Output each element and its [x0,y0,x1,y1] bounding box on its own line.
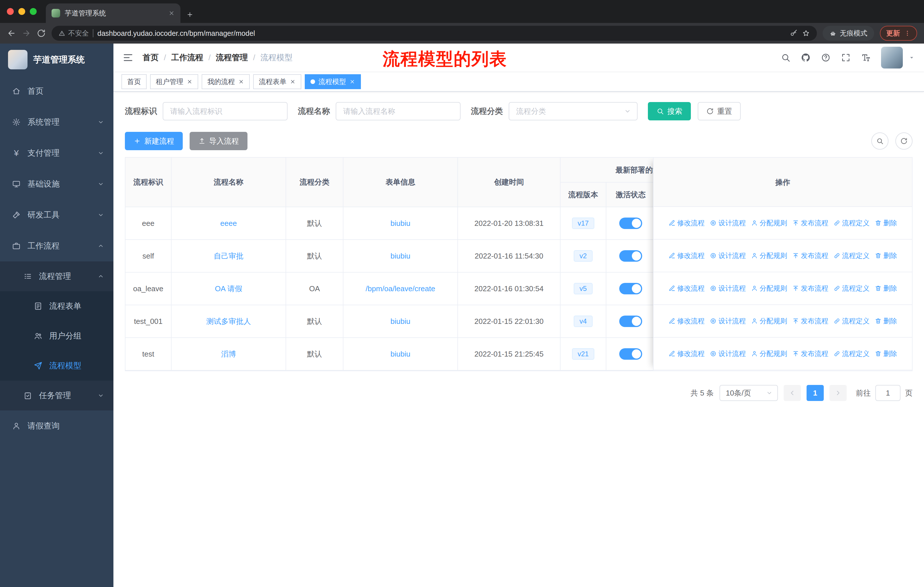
action-publish[interactable]: 发布流程 [792,284,828,293]
tag-租户管理[interactable]: 租户管理 [150,74,198,89]
back-icon[interactable] [7,29,16,38]
active-toggle[interactable] [619,316,642,327]
url-bar[interactable]: 不安全 dashboard.yudao.iocoder.cn/bpm/manag… [51,26,817,41]
help-icon[interactable] [821,53,831,63]
tag-close-icon[interactable] [238,79,244,84]
prev-page-button[interactable] [784,385,801,401]
bookmark-star-icon[interactable] [802,29,810,37]
reload-icon[interactable] [37,29,46,38]
action-definition[interactable]: 流程定义 [833,349,870,358]
reset-button[interactable]: 重置 [698,102,741,121]
user-avatar[interactable] [881,47,903,68]
tag-首页[interactable]: 首页 [121,74,147,89]
category-select[interactable]: 流程分类 [509,102,638,121]
github-icon[interactable] [801,53,810,63]
security-indicator[interactable]: 不安全 [58,29,89,38]
sidebar-item-user[interactable]: 请假查询 [0,410,114,441]
page-number-1[interactable]: 1 [807,385,824,401]
tab-close-icon[interactable] [168,10,175,17]
form-info-link[interactable]: biubiu [390,251,410,260]
tag-close-icon[interactable] [290,79,295,84]
goto-page-input[interactable] [875,385,901,401]
search-button[interactable]: 搜索 [648,102,691,121]
action-design[interactable]: 设计流程 [710,349,746,358]
form-info-link[interactable]: biubiu [390,317,410,326]
action-assign[interactable]: 分配规则 [751,218,787,228]
action-definition[interactable]: 流程定义 [833,284,870,293]
action-delete[interactable]: 删除 [875,284,897,293]
process-name-link[interactable]: 测试多审批人 [206,317,251,326]
action-modify[interactable]: 修改流程 [668,349,705,358]
sidebar-item-form[interactable]: 流程表单 [0,291,114,321]
form-info-link[interactable]: biubiu [390,219,410,228]
action-delete[interactable]: 删除 [875,316,897,326]
sidebar-item-briefcase[interactable]: 工作流程 [0,230,114,261]
action-delete[interactable]: 删除 [875,349,897,358]
action-definition[interactable]: 流程定义 [833,316,870,326]
breadcrumb-item[interactable]: 首页 [143,52,159,63]
create-process-button[interactable]: 新建流程 [125,132,183,150]
action-design[interactable]: 设计流程 [710,251,746,260]
form-info-link[interactable]: biubiu [390,350,410,358]
sidebar-item-gear[interactable]: 系统管理 [0,107,114,137]
maximize-window-button[interactable] [30,8,37,15]
tag-close-icon[interactable] [187,79,193,84]
sidebar-item-tool[interactable]: 研发工具 [0,200,114,230]
password-key-icon[interactable] [790,29,798,37]
action-definition[interactable]: 流程定义 [833,218,870,228]
action-design[interactable]: 设计流程 [710,316,746,326]
sidebar-item-home[interactable]: 首页 [0,76,114,107]
sidebar-item-yen[interactable]: ¥支付管理 [0,137,114,169]
sidebar-item-users[interactable]: 用户分组 [0,321,114,351]
process-name-link[interactable]: eeee [220,219,237,228]
tag-close-icon[interactable] [350,79,355,84]
active-toggle[interactable] [619,250,642,262]
process-name-link[interactable]: OA 请假 [215,284,242,293]
close-window-button[interactable] [7,8,14,15]
next-page-button[interactable] [830,385,846,401]
breadcrumb-item[interactable]: 工作流程 [159,52,203,63]
sidebar-item-task[interactable]: 任务管理 [0,380,114,410]
action-publish[interactable]: 发布流程 [792,251,828,260]
fullscreen-icon[interactable] [841,53,851,63]
update-button[interactable]: 更新 [880,26,917,41]
process-key-input[interactable] [163,102,287,121]
sidebar-item-send[interactable]: 流程模型 [0,351,114,380]
search-icon[interactable] [781,53,790,63]
avatar-caret-icon[interactable] [909,55,915,61]
process-name-link[interactable]: 自己审批 [214,251,243,260]
active-toggle[interactable] [619,348,642,360]
tag-流程表单[interactable]: 流程表单 [253,74,301,89]
action-publish[interactable]: 发布流程 [792,316,828,326]
action-assign[interactable]: 分配规则 [751,284,787,293]
action-publish[interactable]: 发布流程 [792,218,828,228]
sidebar-item-list[interactable]: 流程管理 [0,261,114,291]
action-modify[interactable]: 修改流程 [668,251,705,260]
action-assign[interactable]: 分配规则 [751,251,787,260]
font-size-icon[interactable] [861,53,871,63]
action-design[interactable]: 设计流程 [710,284,746,293]
process-name-link[interactable]: 滔博 [221,350,236,358]
browser-menu-icon[interactable] [904,30,911,37]
active-toggle[interactable] [619,283,642,294]
forward-icon[interactable] [22,29,31,38]
action-assign[interactable]: 分配规则 [751,316,787,326]
breadcrumb-item[interactable]: 流程管理 [203,52,248,63]
import-process-button[interactable]: 导入流程 [190,132,248,150]
toggle-search-button[interactable] [871,132,888,150]
new-tab-button[interactable] [186,11,194,18]
tag-我的流程[interactable]: 我的流程 [201,74,250,89]
minimize-window-button[interactable] [18,8,25,15]
action-modify[interactable]: 修改流程 [668,218,705,228]
form-info-link[interactable]: /bpm/oa/leave/create [366,284,436,293]
process-name-input[interactable] [336,102,460,121]
action-modify[interactable]: 修改流程 [668,316,705,326]
action-modify[interactable]: 修改流程 [668,284,705,293]
browser-tab[interactable]: 芋道管理系统 [46,3,180,23]
action-design[interactable]: 设计流程 [710,218,746,228]
action-delete[interactable]: 删除 [875,251,897,260]
action-publish[interactable]: 发布流程 [792,349,828,358]
action-assign[interactable]: 分配规则 [751,349,787,358]
action-delete[interactable]: 删除 [875,218,897,228]
active-toggle[interactable] [619,218,642,229]
